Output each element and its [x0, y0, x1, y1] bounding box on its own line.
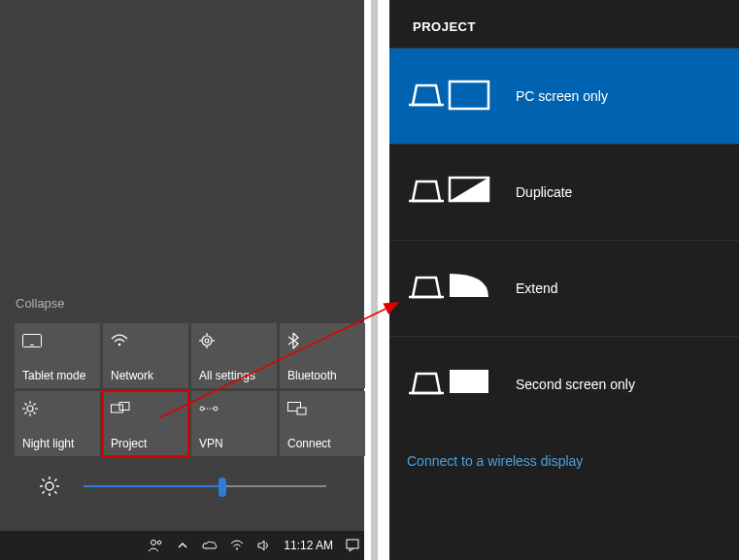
tile-label: Connect — [287, 437, 331, 450]
action-center-panel: Collapse Tablet mode Network All setting… — [0, 0, 364, 560]
tile-label: Night light — [22, 437, 74, 450]
tablet-icon — [22, 333, 42, 348]
project-option-label: Extend — [516, 280, 558, 296]
tile-label: Bluetooth — [287, 369, 337, 382]
sun-icon — [22, 401, 42, 416]
taskbar: 11:12 AM — [0, 531, 364, 560]
svg-point-21 — [214, 407, 218, 411]
tile-network[interactable]: Network — [103, 323, 188, 388]
svg-line-30 — [43, 479, 45, 481]
second-only-icon — [407, 364, 494, 405]
vpn-icon — [199, 401, 218, 416]
project-icon — [111, 401, 130, 416]
tile-label: Project — [111, 437, 147, 450]
svg-rect-37 — [347, 540, 358, 548]
brightness-slider-row — [39, 476, 326, 497]
project-panel-title: PROJECT — [389, 0, 739, 48]
slider-fill — [84, 485, 222, 487]
collapse-link[interactable]: Collapse — [16, 296, 65, 311]
onedrive-icon[interactable] — [202, 538, 218, 553]
duplicate-icon — [407, 172, 494, 213]
svg-line-17 — [34, 404, 36, 406]
project-option-label: PC screen only — [516, 88, 608, 104]
tile-all-settings[interactable]: All settings — [191, 323, 277, 388]
project-option-second-only[interactable]: Second screen only — [389, 336, 739, 432]
panel-divider — [364, 0, 389, 560]
slider-thumb[interactable] — [218, 478, 226, 497]
extend-icon — [407, 268, 494, 309]
project-option-pc-only[interactable]: PC screen only — [389, 48, 739, 144]
svg-point-20 — [200, 407, 204, 411]
svg-line-33 — [54, 479, 56, 481]
tile-night-light[interactable]: Night light — [15, 391, 100, 456]
project-option-duplicate[interactable]: Duplicate — [389, 144, 739, 240]
svg-point-34 — [151, 541, 156, 545]
svg-rect-19 — [119, 403, 129, 411]
tile-vpn[interactable]: VPN — [191, 391, 277, 456]
svg-rect-24 — [297, 408, 306, 414]
volume-icon[interactable] — [256, 538, 272, 553]
tile-label: Tablet mode — [22, 369, 85, 382]
quick-actions-grid: Tablet mode Network All settings Bluetoo… — [15, 323, 365, 456]
svg-point-35 — [157, 541, 161, 544]
wifi-icon — [111, 333, 130, 348]
svg-point-36 — [236, 548, 238, 550]
brightness-slider[interactable] — [84, 485, 326, 487]
brightness-icon — [39, 476, 60, 497]
people-icon[interactable] — [148, 538, 163, 553]
tile-bluetooth[interactable]: Bluetooth — [280, 323, 365, 388]
tile-project[interactable]: Project — [103, 391, 188, 456]
svg-rect-39 — [450, 82, 488, 109]
tile-label: All settings — [199, 369, 255, 382]
svg-rect-1 — [30, 345, 34, 346]
tile-label: VPN — [199, 437, 223, 450]
taskbar-clock[interactable]: 11:12 AM — [284, 539, 333, 552]
svg-point-9 — [27, 406, 33, 412]
svg-point-4 — [205, 339, 209, 343]
project-panel: PROJECT PC screen only Duplicate — [389, 0, 739, 560]
gear-icon — [199, 333, 218, 348]
svg-line-14 — [25, 404, 27, 406]
connect-icon — [287, 401, 307, 416]
svg-point-2 — [118, 344, 121, 346]
action-center-icon[interactable] — [345, 538, 360, 553]
bluetooth-icon — [287, 333, 307, 348]
project-option-extend[interactable]: Extend — [389, 240, 739, 336]
pc-only-icon — [407, 76, 494, 116]
connect-wireless-display-link[interactable]: Connect to a wireless display — [389, 432, 739, 490]
tile-connect[interactable]: Connect — [280, 391, 365, 456]
svg-point-3 — [202, 336, 212, 346]
project-option-label: Duplicate — [516, 184, 572, 200]
tile-tablet-mode[interactable]: Tablet mode — [15, 323, 100, 388]
wifi-tray-icon[interactable] — [229, 538, 245, 553]
svg-line-32 — [43, 491, 45, 493]
project-option-label: Second screen only — [516, 377, 635, 392]
tile-label: Network — [111, 369, 153, 382]
svg-line-16 — [25, 412, 27, 414]
tray-chevron-icon[interactable] — [175, 538, 190, 553]
svg-line-31 — [54, 491, 56, 493]
svg-line-15 — [34, 412, 36, 414]
svg-rect-44 — [450, 370, 488, 393]
svg-rect-18 — [112, 405, 123, 412]
svg-point-25 — [46, 482, 53, 490]
